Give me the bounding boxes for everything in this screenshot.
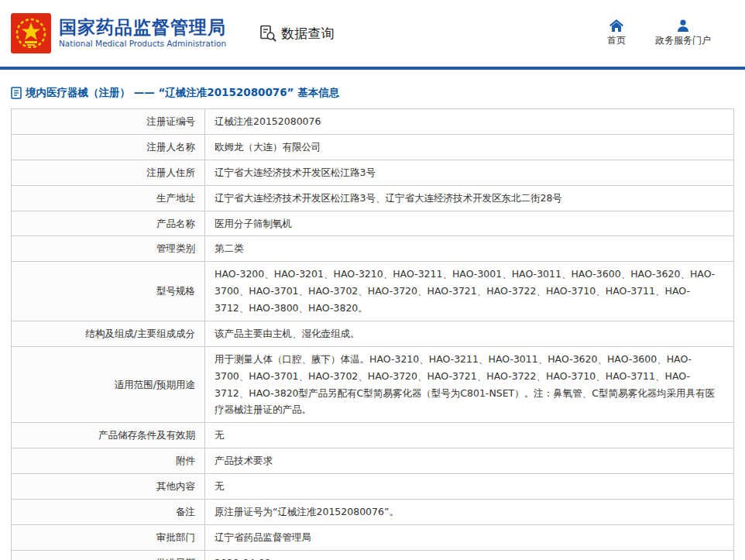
data-query-section: 数据查询 xyxy=(259,24,334,43)
site-header: 国家药品监督管理局 National Medical Products Admi… xyxy=(0,0,745,67)
row-label: 产品名称 xyxy=(12,211,205,236)
row-label: 审批部门 xyxy=(12,524,205,550)
data-query-icon xyxy=(259,24,277,43)
row-value: 该产品主要由主机、湿化壶组成。 xyxy=(205,321,734,346)
info-table-body: 注册证编号辽械注准20152080076注册人名称欧姆龙（大连）有限公司注册人住… xyxy=(12,109,734,560)
row-label: 管理类别 xyxy=(12,236,205,262)
row-label: 批准日期 xyxy=(12,550,205,560)
row-value: 原注册证号为“辽械注准20152080076”。 xyxy=(205,499,734,524)
header-divider xyxy=(0,67,745,70)
registration-info-table: 注册证编号辽械注准20152080076注册人名称欧姆龙（大连）有限公司注册人住… xyxy=(11,108,734,560)
row-label: 产品储存条件及有效期 xyxy=(12,423,205,448)
row-value: 辽宁省大连经济技术开发区松江路3号 xyxy=(205,160,734,185)
home-icon xyxy=(609,19,623,32)
nav-home[interactable]: 首页 xyxy=(607,19,626,47)
row-label: 注册人名称 xyxy=(12,134,205,160)
site-title-en: National Medical Products Administration xyxy=(59,40,226,49)
row-value: 医用分子筛制氧机 xyxy=(205,211,734,236)
row-value: 第二类 xyxy=(205,236,734,262)
table-row: 产品储存条件及有效期无 xyxy=(12,423,734,448)
table-row: 批准日期2020-04-09 xyxy=(12,550,734,560)
table-row: 其他内容无 xyxy=(12,474,734,500)
table-row: 注册人住所辽宁省大连经济技术开发区松江路3号 xyxy=(12,160,734,185)
row-value: 产品技术要求 xyxy=(205,448,734,474)
nav-home-label: 首页 xyxy=(607,34,626,47)
row-label: 注册人住所 xyxy=(12,160,205,185)
table-row: 附件产品技术要求 xyxy=(12,448,734,474)
nav-portal[interactable]: 政务服务门户 xyxy=(655,19,711,47)
row-value: 辽宁省大连经济技术开发区松江路3号、辽宁省大连经济技术开发区东北二街28号 xyxy=(205,185,734,211)
row-value: 无 xyxy=(205,423,734,448)
table-row: 结构及组成/主要组成成分该产品主要由主机、湿化壶组成。 xyxy=(12,321,734,346)
row-value: 用于测量人体（口腔、腋下）体温。HAO-3210、HAO-3211、HAO-30… xyxy=(205,346,734,423)
site-title-block: 国家药品监督管理局 National Medical Products Admi… xyxy=(59,18,226,49)
row-value: HAO-3200、HAO-3201、HAO-3210、HAO-3211、HAO-… xyxy=(205,262,734,321)
table-row: 生产地址辽宁省大连经济技术开发区松江路3号、辽宁省大连经济技术开发区东北二街28… xyxy=(12,185,734,211)
table-row: 管理类别第二类 xyxy=(12,236,734,262)
row-label: 型号规格 xyxy=(12,262,205,321)
row-label: 结构及组成/主要组成成分 xyxy=(12,321,205,346)
document-icon xyxy=(11,87,22,99)
row-label: 注册证编号 xyxy=(12,109,205,135)
header-nav: 首页 政务服务门户 xyxy=(607,19,731,47)
table-row: 备注原注册证号为“辽械注准20152080076”。 xyxy=(12,499,734,524)
main-content: 境内医疗器械（注册） —— “辽械注准20152080076” 基本信息 注册证… xyxy=(0,86,745,560)
table-row: 适用范围/预期用途用于测量人体（口腔、腋下）体温。HAO-3210、HAO-32… xyxy=(12,346,734,423)
row-label: 附件 xyxy=(12,448,205,474)
row-label: 其他内容 xyxy=(12,474,205,500)
nmpa-emblem-logo xyxy=(11,13,51,53)
table-row: 注册人名称欧姆龙（大连）有限公司 xyxy=(12,134,734,160)
user-icon xyxy=(677,19,689,32)
row-value: 2020-04-09 xyxy=(205,550,734,560)
breadcrumb: 境内医疗器械（注册） —— “辽械注准20152080076” 基本信息 xyxy=(11,86,734,100)
table-row: 产品名称医用分子筛制氧机 xyxy=(12,211,734,236)
row-value: 欧姆龙（大连）有限公司 xyxy=(205,134,734,160)
row-label: 备注 xyxy=(12,499,205,524)
table-row: 型号规格HAO-3200、HAO-3201、HAO-3210、HAO-3211、… xyxy=(12,262,734,321)
site-title-cn: 国家药品监督管理局 xyxy=(59,18,226,37)
row-label: 生产地址 xyxy=(12,185,205,211)
row-value: 辽械注准20152080076 xyxy=(205,109,734,135)
breadcrumb-text: 境内医疗器械（注册） —— “辽械注准20152080076” 基本信息 xyxy=(26,86,339,100)
row-label: 适用范围/预期用途 xyxy=(12,346,205,423)
data-query-label: 数据查询 xyxy=(281,25,334,43)
table-row: 注册证编号辽械注准20152080076 xyxy=(12,109,734,135)
table-row: 审批部门辽宁省药品监督管理局 xyxy=(12,524,734,550)
row-value: 无 xyxy=(205,474,734,500)
nav-portal-label: 政务服务门户 xyxy=(655,34,711,47)
row-value: 辽宁省药品监督管理局 xyxy=(205,524,734,550)
